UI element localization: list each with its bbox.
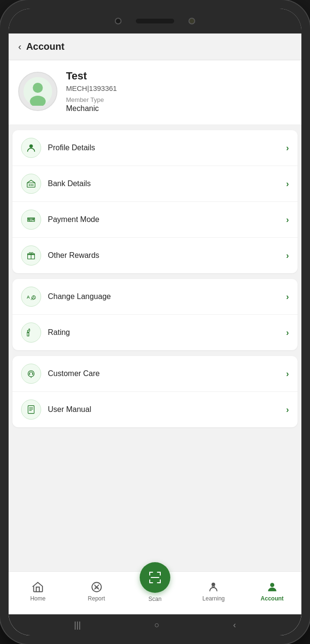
sensor-icon bbox=[188, 18, 195, 24]
rating-icon-circle bbox=[21, 322, 41, 343]
chevron-right-icon: › bbox=[286, 179, 289, 189]
menu-item-payment-mode[interactable]: Payment Mode › bbox=[12, 202, 298, 238]
menu-item-other-rewards[interactable]: Other Rewards › bbox=[12, 238, 298, 273]
payment-mode-label: Payment Mode bbox=[48, 215, 279, 224]
svg-rect-6 bbox=[31, 184, 32, 186]
avatar bbox=[18, 72, 57, 111]
chevron-right-icon: › bbox=[286, 405, 289, 415]
bank-details-label: Bank Details bbox=[48, 179, 279, 188]
nav-item-account[interactable]: Account bbox=[243, 581, 301, 602]
other-rewards-icon-circle bbox=[21, 245, 41, 266]
customer-care-label: Customer Care bbox=[48, 369, 279, 378]
svg-point-34 bbox=[212, 582, 216, 586]
member-type-label: Member Type bbox=[66, 96, 117, 103]
menu-section-3: Customer Care › User Manual › bbox=[12, 356, 298, 427]
content-area: ‹ Account Test MECH|1393361 Member Type … bbox=[9, 33, 301, 635]
customer-care-icon-circle bbox=[21, 364, 41, 384]
chevron-right-icon: › bbox=[286, 369, 289, 379]
nav-learning-label: Learning bbox=[202, 595, 225, 602]
profile-details-icon-circle bbox=[21, 138, 41, 158]
nav-recent-gesture[interactable]: ‹ bbox=[233, 620, 236, 630]
nav-item-scan[interactable]: Scan bbox=[126, 580, 184, 602]
svg-point-1 bbox=[33, 83, 43, 93]
rating-label: Rating bbox=[48, 328, 279, 337]
svg-point-8 bbox=[28, 219, 30, 221]
svg-point-17 bbox=[29, 374, 30, 375]
nav-item-learning[interactable]: Learning bbox=[184, 581, 243, 602]
menu-item-bank-details[interactable]: Bank Details › bbox=[12, 166, 298, 202]
camera-icon bbox=[115, 18, 122, 24]
svg-rect-26 bbox=[149, 572, 150, 576]
nav-home-gesture[interactable]: ○ bbox=[155, 620, 160, 630]
svg-rect-7 bbox=[33, 184, 33, 186]
speaker-grille bbox=[136, 19, 174, 23]
svg-text:A: A bbox=[27, 295, 30, 300]
menu-item-customer-care[interactable]: Customer Care › bbox=[12, 356, 298, 392]
chevron-right-icon: › bbox=[286, 143, 289, 153]
header: ‹ Account bbox=[9, 33, 301, 60]
profile-info: Test MECH|1393361 Member Type Mechanic bbox=[66, 70, 117, 113]
change-language-label: Change Language bbox=[48, 292, 279, 301]
svg-rect-30 bbox=[149, 579, 150, 583]
chevron-right-icon: › bbox=[286, 251, 289, 261]
svg-point-35 bbox=[270, 583, 274, 587]
gesture-bar: ||| ○ ‹ bbox=[9, 614, 301, 635]
svg-point-9 bbox=[33, 219, 34, 221]
scan-fab-button[interactable] bbox=[140, 562, 170, 593]
page-title: Account bbox=[26, 41, 65, 52]
user-manual-label: User Manual bbox=[48, 405, 279, 414]
nav-report-label: Report bbox=[88, 595, 105, 602]
nav-back-gesture[interactable]: ||| bbox=[74, 620, 81, 630]
change-language-icon-circle: A あ bbox=[21, 287, 41, 307]
svg-point-16 bbox=[28, 371, 34, 377]
chevron-right-icon: › bbox=[286, 292, 289, 302]
nav-item-home[interactable]: Home bbox=[9, 581, 67, 602]
svg-rect-19 bbox=[28, 406, 34, 414]
profile-id: MECH|1393361 bbox=[66, 84, 117, 92]
chevron-right-icon: › bbox=[286, 215, 289, 225]
profile-details-label: Profile Details bbox=[48, 144, 279, 152]
bank-details-icon-circle bbox=[21, 174, 41, 194]
payment-mode-icon-circle bbox=[21, 210, 41, 230]
menu-section-1: Profile Details › Bank Details bbox=[12, 130, 298, 273]
back-button[interactable]: ‹ bbox=[18, 41, 22, 52]
bottom-nav: Home % Report bbox=[9, 571, 301, 614]
member-type-value: Mechanic bbox=[66, 104, 117, 113]
menu-section-2: A あ Change Language › bbox=[12, 279, 298, 350]
menu-item-rating[interactable]: Rating › bbox=[12, 315, 298, 350]
svg-rect-5 bbox=[29, 184, 30, 186]
menu-item-profile-details[interactable]: Profile Details › bbox=[12, 130, 298, 166]
nav-item-report[interactable]: % Report bbox=[67, 581, 125, 602]
profile-section: Test MECH|1393361 Member Type Mechanic bbox=[9, 60, 301, 124]
other-rewards-label: Other Rewards bbox=[48, 251, 279, 260]
nav-scan-label: Scan bbox=[148, 596, 161, 602]
svg-rect-28 bbox=[160, 572, 161, 576]
profile-name: Test bbox=[66, 70, 117, 82]
user-manual-icon-circle bbox=[21, 400, 41, 420]
menu-item-user-manual[interactable]: User Manual › bbox=[12, 392, 298, 427]
nav-home-label: Home bbox=[30, 595, 45, 602]
svg-point-3 bbox=[29, 144, 33, 148]
svg-point-18 bbox=[32, 374, 33, 375]
nav-account-label: Account bbox=[261, 595, 284, 602]
svg-rect-32 bbox=[160, 579, 161, 583]
menu-item-change-language[interactable]: A あ Change Language › bbox=[12, 279, 298, 315]
status-bar bbox=[9, 9, 301, 33]
chevron-right-icon: › bbox=[286, 328, 289, 338]
